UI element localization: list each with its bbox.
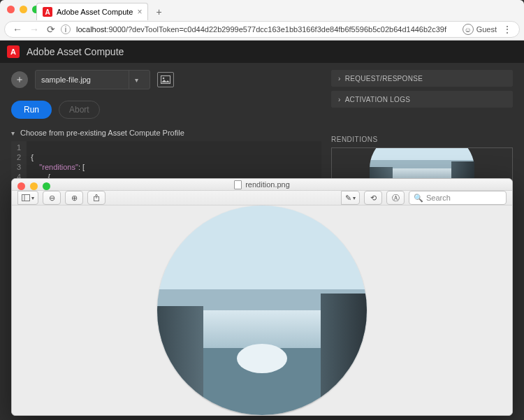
rendition-image	[157, 205, 367, 415]
annotations-button[interactable]: Ⓐ	[386, 191, 405, 205]
browser-tab[interactable]: A Adobe Asset Compute ×	[36, 3, 148, 20]
profile-row[interactable]: ▾ Choose from pre-existing Asset Compute…	[11, 129, 321, 137]
close-window-icon[interactable]	[7, 6, 15, 13]
preview-title: rendition.png	[245, 180, 290, 189]
favicon-icon: A	[43, 7, 52, 17]
markup-button[interactable]: ✎▾	[341, 191, 360, 205]
action-row: Run Abort	[11, 101, 321, 119]
app-title: Adobe Asset Compute	[27, 46, 124, 57]
app-header: A Adobe Asset Compute	[0, 41, 524, 63]
app-logo-icon: A	[7, 45, 20, 58]
search-icon: 🔍	[414, 194, 423, 203]
share-button[interactable]	[87, 191, 105, 205]
abort-button[interactable]: Abort	[59, 101, 100, 119]
close-window-icon[interactable]	[17, 182, 25, 190]
chevron-right-icon: ›	[338, 96, 341, 103]
search-input[interactable]: 🔍 Search	[409, 191, 507, 205]
preview-canvas	[12, 205, 512, 415]
profile-label: Guest	[476, 25, 497, 34]
back-button[interactable]: ←	[10, 22, 24, 36]
url-path: :9000/?devToolToken=c0d44d22b2999e577dcc…	[106, 25, 446, 34]
panel-title: REQUEST/RESPONSE	[345, 75, 423, 82]
url-host: localhost	[76, 25, 106, 34]
zoom-out-button[interactable]: ⊖	[43, 191, 61, 205]
run-button[interactable]: Run	[11, 101, 52, 119]
tab-title: Adobe Asset Compute	[57, 8, 133, 16]
svg-point-1	[163, 78, 165, 80]
minimize-window-icon[interactable]	[30, 182, 38, 190]
window-controls	[7, 6, 40, 13]
panel-title: ACTIVATION LOGS	[345, 96, 411, 103]
svg-rect-2	[22, 195, 30, 201]
preview-titlebar: rendition.png	[12, 179, 512, 191]
preview-window: rendition.png ▾ ⊖ ⊕ ✎▾ ⟲ Ⓐ 🔍 Search	[11, 178, 513, 416]
url-field[interactable]: localhost:9000/?devToolToken=c0d44d22b29…	[72, 25, 463, 34]
maximize-window-icon[interactable]	[43, 182, 50, 190]
renditions-title: RENDITIONS	[331, 136, 513, 143]
tab-close-icon[interactable]: ×	[137, 7, 142, 17]
site-info-icon[interactable]: i	[61, 24, 71, 34]
add-file-button[interactable]: ＋	[11, 71, 28, 88]
panel-activation-logs[interactable]: ›ACTIVATION LOGS	[331, 91, 513, 108]
sidebar-toggle-button[interactable]: ▾	[17, 191, 38, 205]
preview-toolbar: ▾ ⊖ ⊕ ✎▾ ⟲ Ⓐ 🔍 Search	[12, 191, 512, 205]
chevron-right-icon: ›	[338, 75, 341, 82]
chevron-down-icon: ▾	[11, 129, 15, 137]
image-preview-icon[interactable]	[157, 72, 174, 87]
address-bar: ← → ⟳ i localhost:9000/?devToolToken=c0d…	[4, 21, 520, 38]
chevron-down-icon[interactable]: ▾	[129, 71, 144, 89]
browser-chrome: A Adobe Asset Compute × + ← → ⟳ i localh…	[0, 0, 524, 41]
profile-chip[interactable]: ☺ Guest	[463, 24, 497, 35]
reload-button[interactable]: ⟳	[44, 22, 58, 36]
zoom-in-button[interactable]: ⊕	[65, 191, 83, 205]
file-select[interactable]: sample-file.jpg ▾	[35, 70, 150, 89]
browser-menu-icon[interactable]: ⋮	[500, 24, 515, 35]
tab-bar: A Adobe Asset Compute × +	[36, 3, 165, 20]
file-select-value: sample-file.jpg	[41, 75, 91, 84]
panel-request-response[interactable]: ›REQUEST/RESPONSE	[331, 70, 513, 87]
profile-icon: ☺	[463, 24, 474, 35]
search-placeholder: Search	[426, 194, 451, 202]
forward-button[interactable]: →	[27, 22, 41, 36]
new-tab-button[interactable]: +	[152, 6, 165, 18]
document-icon	[234, 180, 242, 189]
rotate-button[interactable]: ⟲	[364, 191, 382, 205]
profile-label: Choose from pre-existing Asset Compute P…	[20, 129, 184, 137]
file-bar: ＋ sample-file.jpg ▾	[11, 70, 321, 89]
minimize-window-icon[interactable]	[20, 6, 27, 13]
